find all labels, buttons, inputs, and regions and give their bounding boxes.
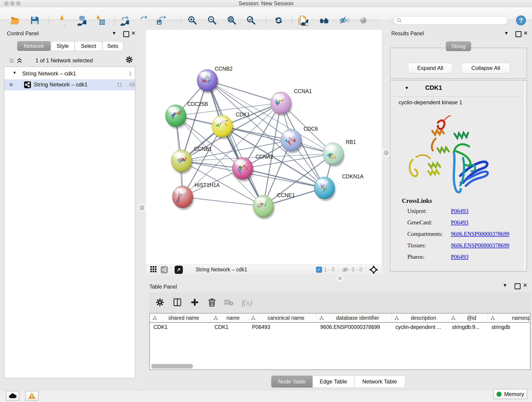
graph-edge[interactable] — [183, 197, 263, 206]
table-row[interactable]: CDK1CDK1P064939606.ENSP00000378699cyclin… — [150, 323, 530, 332]
export-network-button[interactable] — [118, 15, 129, 26]
right-splitter-handle[interactable] — [383, 150, 389, 155]
graph-node-CDKN1A[interactable] — [314, 177, 336, 201]
graph-node-label: CDK1 — [236, 112, 250, 118]
column-header--id[interactable]: @id — [448, 313, 488, 322]
open-session-button[interactable] — [9, 15, 20, 26]
show-graphics-button[interactable] — [358, 15, 369, 26]
column-header-canonical-name[interactable]: canonical name — [248, 313, 317, 322]
help-button[interactable]: ? — [516, 15, 526, 26]
tab-style[interactable]: Style — [51, 41, 75, 51]
show-columns-button[interactable] — [173, 298, 182, 308]
tab-sets[interactable]: Sets — [102, 41, 123, 51]
network-row-selected[interactable]: String Network – cdk1 11 48 — [4, 79, 135, 90]
table-cell[interactable]: CDK1 — [211, 324, 248, 330]
tree-expand-icon[interactable]: ▼ — [13, 70, 17, 75]
graph-node-CCNB2[interactable] — [197, 70, 219, 93]
grid-view-button[interactable] — [150, 266, 157, 274]
hide-graphics-button[interactable] — [339, 15, 350, 26]
expand-all-button[interactable]: Expand All — [408, 63, 452, 73]
zoom-out-button[interactable] — [207, 15, 218, 26]
crosslink-value-link[interactable]: P06493 — [451, 254, 468, 260]
network-collection-row[interactable]: ▼ String Network – cdk1 1 — [4, 68, 135, 79]
table-panel-close-button[interactable]: ✕ — [523, 282, 527, 288]
gene-section-header[interactable]: ▼ CDK1 — [390, 80, 526, 97]
graph-node-RB1[interactable] — [323, 143, 344, 167]
horizontal-splitter[interactable] — [146, 275, 532, 282]
table-panel-float-button[interactable] — [515, 283, 520, 289]
table-options-button[interactable] — [155, 298, 165, 308]
results-panel-close-button[interactable]: ✕ — [523, 30, 528, 36]
save-session-button[interactable] — [29, 15, 40, 26]
zoom-selected-button[interactable] — [246, 15, 257, 26]
network-view-mode-button[interactable] — [161, 266, 168, 274]
graph-node-CCNA1[interactable] — [271, 92, 292, 116]
tab-select[interactable]: Select — [75, 41, 102, 51]
left-splitter[interactable] — [138, 20, 146, 390]
collapse-all-networks-button[interactable] — [9, 58, 15, 65]
expand-all-networks-button[interactable] — [17, 58, 22, 65]
delete-column-button[interactable] — [208, 298, 216, 308]
tab-string-results[interactable]: String — [446, 41, 471, 51]
import-network-database-button[interactable] — [76, 15, 87, 26]
right-splitter[interactable] — [382, 20, 390, 275]
column-header-database-identifier[interactable]: database identifier — [317, 313, 392, 322]
graph-node-CDK1[interactable] — [212, 115, 234, 139]
graph-node-CDC6[interactable] — [281, 129, 302, 153]
cloud-status-button[interactable] — [6, 391, 19, 401]
table-cell[interactable]: P06493 — [248, 324, 317, 330]
table-horizontal-scrollbar[interactable] — [151, 364, 193, 369]
zoom-fit-button[interactable] — [226, 15, 237, 26]
zoom-in-button[interactable] — [187, 15, 198, 26]
collapse-all-button[interactable]: Collapse All — [462, 63, 510, 73]
graph-node-CDC25B[interactable] — [165, 105, 187, 128]
results-panel-float-button[interactable] — [515, 31, 521, 37]
tab-edge-table[interactable]: Edge Table — [312, 376, 354, 388]
export-image-button[interactable] — [155, 15, 166, 26]
tab-node-table[interactable]: Node Table — [271, 376, 312, 388]
column-header-name[interactable]: name — [211, 313, 248, 322]
add-column-button[interactable] — [190, 298, 199, 308]
crosslink-value-link[interactable]: 9606.ENSP00000378699 — [451, 242, 509, 249]
control-panel-close-button[interactable]: ✕ — [131, 30, 136, 36]
network-canvas[interactable]: CCNB2CCNA1CDC25BCDK1CDC6RB1CCNB1CCNA2CDK… — [146, 30, 382, 264]
crosslink-row: Pharos:P06493 — [407, 254, 517, 260]
warning-status-button[interactable] — [25, 391, 38, 401]
import-network-file-button[interactable] — [56, 15, 67, 26]
selected-nodes-checkbox[interactable]: ✓ — [316, 267, 322, 273]
crosslink-value-link[interactable]: 9606.ENSP00000378699 — [451, 231, 509, 237]
column-header-shared-name[interactable]: shared name — [150, 313, 211, 322]
horizontal-splitter-handle[interactable] — [338, 276, 342, 280]
table-panel-collapse-button[interactable]: ▾ — [504, 282, 506, 288]
table-cell[interactable]: stringdb:9... — [448, 324, 488, 330]
left-splitter-handle[interactable] — [139, 205, 145, 211]
refresh-button[interactable] — [273, 15, 284, 26]
graph-node-CCNE1[interactable] — [253, 195, 274, 219]
fit-content-crosshair-icon[interactable] — [369, 265, 379, 274]
column-header-description[interactable]: description — [392, 313, 448, 322]
home-view-button[interactable] — [318, 15, 329, 26]
network-panel-options-button[interactable] — [125, 56, 133, 65]
tab-network-table[interactable]: Network Table — [354, 376, 405, 388]
control-panel-collapse-button[interactable]: ▾ — [113, 30, 115, 36]
tab-network[interactable]: Network — [17, 41, 51, 51]
table-cell[interactable]: 9606.ENSP00000378699 — [317, 324, 392, 330]
table-cell[interactable]: stringdb — [488, 324, 530, 330]
section-collapse-icon[interactable]: ▼ — [405, 85, 409, 90]
control-panel-float-button[interactable] — [123, 31, 129, 37]
graph-edge[interactable] — [243, 168, 324, 188]
hidden-eye-slash-icon[interactable] — [341, 266, 350, 273]
import-table-button[interactable] — [95, 15, 106, 26]
crosslink-value-link[interactable]: P06493 — [451, 219, 468, 226]
table-cell[interactable]: cyclin-dependent ... — [392, 324, 448, 330]
crosslink-value-link[interactable]: P06493 — [451, 208, 468, 214]
memory-button[interactable]: Memory — [493, 389, 527, 399]
string-network-graph[interactable]: CCNB2CCNA1CDC25BCDK1CDC6RB1CCNB1CCNA2CDK… — [146, 30, 382, 264]
search-input[interactable] — [404, 17, 507, 24]
column-header-namespace[interactable]: namespace — [488, 313, 530, 322]
results-scrollbar[interactable] — [523, 80, 526, 271]
publication-ready-button[interactable] — [298, 15, 308, 26]
birds-eye-view-button[interactable] — [175, 266, 183, 274]
results-panel-collapse-button[interactable]: ▾ — [505, 30, 508, 36]
table-cell[interactable]: CDK1 — [150, 324, 211, 330]
